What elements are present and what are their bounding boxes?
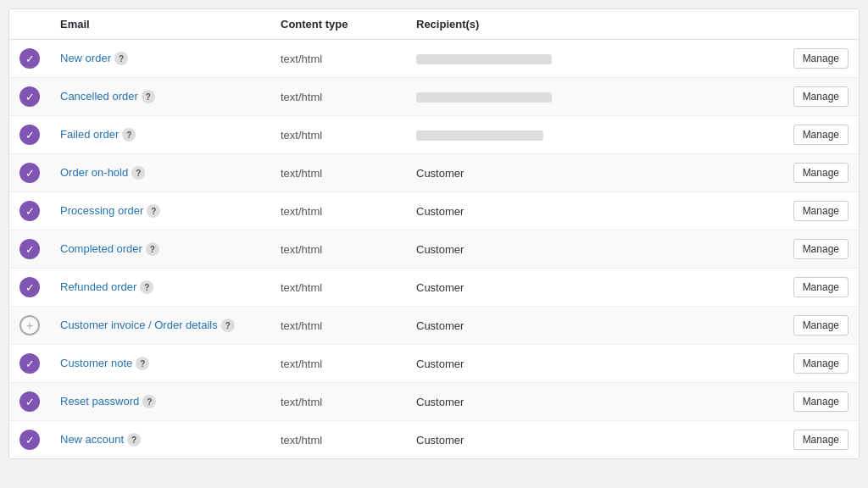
col-status-header [9,9,50,40]
status-icon: ✓ [19,353,40,374]
recipient-cell: Customer [406,383,757,421]
recipient-cell: Customer [406,230,757,269]
help-icon[interactable]: ? [122,128,136,141]
email-link-refunded-order[interactable]: Refunded order [60,280,136,293]
redacted-recipient [416,92,552,103]
col-content-header: Content type [270,9,406,40]
help-icon[interactable]: ? [142,90,155,103]
status-icon: ✓ [19,430,40,450]
email-link-processing-order[interactable]: Processing order [60,204,143,217]
status-icon: ✓ [19,86,40,107]
content-type-cell: text/html [270,383,406,421]
email-link-completed-order[interactable]: Completed order [60,242,142,255]
manage-button-new-account[interactable]: Manage [793,430,849,450]
status-icon: ✓ [19,163,40,183]
email-link-customer-note[interactable]: Customer note [60,357,132,369]
table-row: ✓New account?text/htmlCustomerManage [9,421,859,459]
status-icon: ✓ [19,239,40,259]
recipient-cell [406,116,757,154]
col-recipient-header: Recipient(s) [406,9,757,40]
email-link-new-account[interactable]: New account [60,433,124,446]
manage-button-failed-order[interactable]: Manage [793,125,849,145]
content-type-cell: text/html [270,307,406,345]
manage-button-order-on-hold[interactable]: Manage [793,163,849,183]
manage-button-customer-invoice[interactable]: Manage [793,315,849,336]
content-type-cell: text/html [270,116,406,154]
table-row: ✓Failed order?text/htmlManage [9,116,859,154]
help-icon[interactable]: ? [136,357,149,370]
status-icon: ✓ [19,125,40,145]
recipient-cell: Customer [406,269,757,307]
recipient-cell: Customer [406,192,757,230]
status-icon: ✓ [19,277,40,297]
redacted-recipient [416,54,552,64]
table-row: +Customer invoice / Order details?text/h… [9,307,859,345]
recipient-cell [406,78,757,116]
email-notifications-table: Email Content type Recipient(s) ✓New ord… [8,8,860,459]
table-row: ✓Reset password?text/htmlCustomerManage [9,383,859,421]
recipient-cell: Customer [406,154,757,192]
help-icon[interactable]: ? [221,319,235,332]
email-link-customer-invoice[interactable]: Customer invoice / Order details [60,319,218,331]
status-icon: + [19,315,40,336]
table-row: ✓Cancelled order?text/htmlManage [9,78,859,116]
email-link-order-on-hold[interactable]: Order on-hold [60,166,128,179]
help-icon[interactable]: ? [146,242,159,256]
manage-button-cancelled-order[interactable]: Manage [793,86,849,107]
table-row: ✓Refunded order?text/htmlCustomerManage [9,269,859,307]
content-type-cell: text/html [270,40,406,78]
help-icon[interactable]: ? [147,204,160,218]
manage-button-refunded-order[interactable]: Manage [793,277,849,297]
redacted-recipient [416,130,543,141]
manage-button-reset-password[interactable]: Manage [793,391,849,412]
table-row: ✓Completed order?text/htmlCustomerManage [9,230,859,269]
col-email-header: Email [50,9,270,40]
table-row: ✓Order on-hold?text/htmlCustomerManage [9,154,859,192]
help-icon[interactable]: ? [127,433,141,446]
table-row: ✓Processing order?text/htmlCustomerManag… [9,192,859,230]
email-link-failed-order[interactable]: Failed order [60,128,119,141]
content-type-cell: text/html [270,421,406,459]
email-link-cancelled-order[interactable]: Cancelled order [60,90,138,103]
help-icon[interactable]: ? [142,395,156,408]
help-icon[interactable]: ? [131,166,145,180]
content-type-cell: text/html [270,345,406,383]
content-type-cell: text/html [270,192,406,230]
table-row: ✓New order?text/htmlManage [9,40,859,78]
content-type-cell: text/html [270,269,406,307]
content-type-cell: text/html [270,230,406,269]
status-icon: ✓ [19,201,40,221]
recipient-cell: Customer [406,345,757,383]
status-icon: ✓ [19,391,40,412]
recipient-cell: Customer [406,421,757,459]
content-type-cell: text/html [270,78,406,116]
col-action-header [757,9,859,40]
recipient-cell [406,40,757,78]
help-icon[interactable]: ? [140,280,153,294]
email-link-new-order[interactable]: New order [60,52,111,64]
email-link-reset-password[interactable]: Reset password [60,395,139,408]
table-row: ✓Customer note?text/htmlCustomerManage [9,345,859,383]
manage-button-processing-order[interactable]: Manage [793,201,849,221]
content-type-cell: text/html [270,154,406,192]
manage-button-new-order[interactable]: Manage [793,48,849,69]
manage-button-completed-order[interactable]: Manage [793,239,849,259]
help-icon[interactable]: ? [114,52,128,65]
status-icon: ✓ [19,48,40,69]
manage-button-customer-note[interactable]: Manage [793,353,849,374]
recipient-cell: Customer [406,307,757,345]
